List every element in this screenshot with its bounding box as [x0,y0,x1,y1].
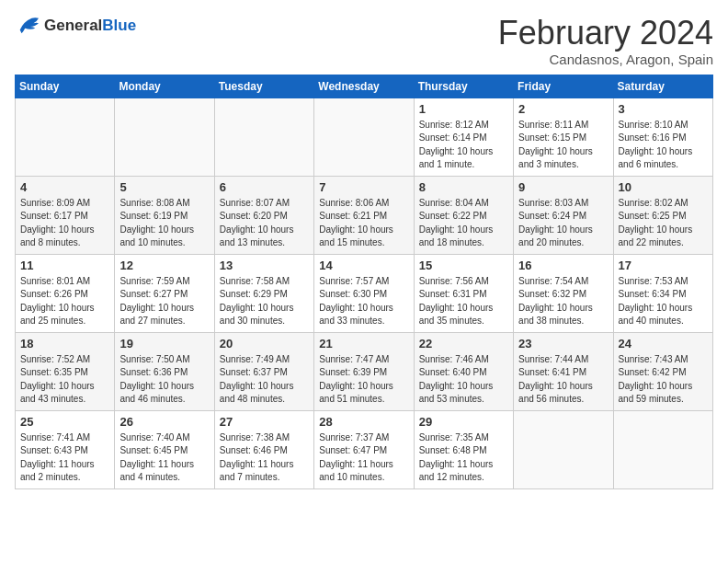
day-number: 14 [319,259,408,272]
day-cell: 28Sunrise: 7:37 AM Sunset: 6:47 PM Dayli… [314,410,414,488]
week-row-1: 1Sunrise: 8:12 AM Sunset: 6:14 PM Daylig… [16,98,713,176]
title-block: February 2024 Candasnos, Aragon, Spain [498,15,713,67]
day-cell: 3Sunrise: 8:10 AM Sunset: 6:16 PM Daylig… [613,98,712,176]
day-number: 1 [419,102,508,116]
day-info: Sunrise: 8:06 AM Sunset: 6:21 PM Dayligh… [319,197,408,250]
day-number: 10 [619,180,708,194]
day-info: Sunrise: 8:04 AM Sunset: 6:22 PM Dayligh… [419,197,508,250]
day-cell: 18Sunrise: 7:52 AM Sunset: 6:35 PM Dayli… [16,332,115,410]
day-info: Sunrise: 8:03 AM Sunset: 6:24 PM Dayligh… [518,197,608,250]
day-info: Sunrise: 7:47 AM Sunset: 6:39 PM Dayligh… [319,353,408,407]
day-info: Sunrise: 7:43 AM Sunset: 6:42 PM Dayligh… [619,353,708,407]
week-row-3: 11Sunrise: 8:01 AM Sunset: 6:26 PM Dayli… [16,254,713,332]
day-info: Sunrise: 7:54 AM Sunset: 6:32 PM Dayligh… [518,275,608,328]
day-info: Sunrise: 7:59 AM Sunset: 6:27 PM Dayligh… [119,275,209,328]
day-cell [613,410,712,488]
header-friday: Friday [514,75,613,98]
day-cell: 23Sunrise: 7:44 AM Sunset: 6:41 PM Dayli… [514,332,613,410]
day-cell: 26Sunrise: 7:40 AM Sunset: 6:45 PM Dayli… [115,410,214,488]
day-number: 5 [119,180,209,194]
day-cell: 20Sunrise: 7:49 AM Sunset: 6:37 PM Dayli… [214,332,313,410]
day-info: Sunrise: 7:41 AM Sunset: 6:43 PM Dayligh… [20,431,109,485]
day-number: 16 [518,259,608,272]
day-cell: 15Sunrise: 7:56 AM Sunset: 6:31 PM Dayli… [414,254,513,332]
logo-icon [15,15,40,37]
day-cell: 14Sunrise: 7:57 AM Sunset: 6:30 PM Dayli… [314,254,414,332]
day-info: Sunrise: 7:58 AM Sunset: 6:29 PM Dayligh… [220,275,309,328]
day-number: 7 [319,180,408,194]
day-number: 4 [20,180,109,194]
day-number: 24 [619,337,708,350]
day-number: 21 [319,337,408,350]
day-number: 26 [119,415,209,429]
page-header: GeneralBlue February 2024 Candasnos, Ara… [15,15,713,67]
week-row-4: 18Sunrise: 7:52 AM Sunset: 6:35 PM Dayli… [16,332,713,410]
logo-text: GeneralBlue [44,17,136,35]
day-cell: 21Sunrise: 7:47 AM Sunset: 6:39 PM Dayli… [314,332,414,410]
day-cell [16,98,115,176]
day-number: 3 [619,102,708,116]
day-info: Sunrise: 7:38 AM Sunset: 6:46 PM Dayligh… [220,431,309,485]
header-monday: Monday [115,75,214,98]
day-info: Sunrise: 7:46 AM Sunset: 6:40 PM Dayligh… [419,353,508,407]
day-info: Sunrise: 7:50 AM Sunset: 6:36 PM Dayligh… [119,353,209,407]
day-cell: 1Sunrise: 8:12 AM Sunset: 6:14 PM Daylig… [414,98,513,176]
day-info: Sunrise: 8:01 AM Sunset: 6:26 PM Dayligh… [20,275,109,328]
day-info: Sunrise: 7:37 AM Sunset: 6:47 PM Dayligh… [319,431,408,485]
day-info: Sunrise: 7:57 AM Sunset: 6:30 PM Dayligh… [319,275,408,328]
day-info: Sunrise: 8:07 AM Sunset: 6:20 PM Dayligh… [220,197,309,250]
day-info: Sunrise: 7:44 AM Sunset: 6:41 PM Dayligh… [518,353,608,407]
day-info: Sunrise: 8:08 AM Sunset: 6:19 PM Dayligh… [119,197,209,250]
day-number: 18 [20,337,109,350]
day-cell: 9Sunrise: 8:03 AM Sunset: 6:24 PM Daylig… [514,176,613,254]
day-cell: 24Sunrise: 7:43 AM Sunset: 6:42 PM Dayli… [613,332,712,410]
day-info: Sunrise: 8:12 AM Sunset: 6:14 PM Dayligh… [419,119,508,172]
calendar-subtitle: Candasnos, Aragon, Spain [498,52,713,67]
week-row-5: 25Sunrise: 7:41 AM Sunset: 6:43 PM Dayli… [16,410,713,488]
header-tuesday: Tuesday [214,75,313,98]
day-number: 29 [419,415,508,429]
day-info: Sunrise: 7:52 AM Sunset: 6:35 PM Dayligh… [20,353,109,407]
day-cell: 19Sunrise: 7:50 AM Sunset: 6:36 PM Dayli… [115,332,214,410]
day-cell: 17Sunrise: 7:53 AM Sunset: 6:34 PM Dayli… [613,254,712,332]
calendar-header-row: SundayMondayTuesdayWednesdayThursdayFrid… [16,75,713,98]
day-cell: 13Sunrise: 7:58 AM Sunset: 6:29 PM Dayli… [214,254,313,332]
day-number: 9 [518,180,608,194]
logo: GeneralBlue [15,15,136,37]
day-cell: 16Sunrise: 7:54 AM Sunset: 6:32 PM Dayli… [514,254,613,332]
day-cell: 29Sunrise: 7:35 AM Sunset: 6:48 PM Dayli… [414,410,513,488]
day-number: 15 [419,259,508,272]
day-cell [115,98,214,176]
header-sunday: Sunday [16,75,115,98]
day-cell: 10Sunrise: 8:02 AM Sunset: 6:25 PM Dayli… [613,176,712,254]
day-number: 19 [119,337,209,350]
day-info: Sunrise: 7:35 AM Sunset: 6:48 PM Dayligh… [419,431,508,485]
day-number: 22 [419,337,508,350]
day-cell: 27Sunrise: 7:38 AM Sunset: 6:46 PM Dayli… [214,410,313,488]
day-cell [514,410,613,488]
day-number: 20 [220,337,309,350]
day-cell: 25Sunrise: 7:41 AM Sunset: 6:43 PM Dayli… [16,410,115,488]
day-number: 6 [220,180,309,194]
day-cell: 5Sunrise: 8:08 AM Sunset: 6:19 PM Daylig… [115,176,214,254]
day-number: 11 [20,259,109,272]
week-row-2: 4Sunrise: 8:09 AM Sunset: 6:17 PM Daylig… [16,176,713,254]
calendar-title: February 2024 [498,15,713,52]
day-number: 12 [119,259,209,272]
day-number: 17 [619,259,708,272]
day-number: 8 [419,180,508,194]
day-number: 28 [319,415,408,429]
day-cell [314,98,414,176]
day-cell: 7Sunrise: 8:06 AM Sunset: 6:21 PM Daylig… [314,176,414,254]
day-cell: 8Sunrise: 8:04 AM Sunset: 6:22 PM Daylig… [414,176,513,254]
day-info: Sunrise: 7:49 AM Sunset: 6:37 PM Dayligh… [220,353,309,407]
header-thursday: Thursday [414,75,513,98]
day-info: Sunrise: 7:53 AM Sunset: 6:34 PM Dayligh… [619,275,708,328]
day-info: Sunrise: 8:02 AM Sunset: 6:25 PM Dayligh… [619,197,708,250]
day-info: Sunrise: 8:09 AM Sunset: 6:17 PM Dayligh… [20,197,109,250]
day-cell: 2Sunrise: 8:11 AM Sunset: 6:15 PM Daylig… [514,98,613,176]
day-number: 2 [518,102,608,116]
day-info: Sunrise: 7:40 AM Sunset: 6:45 PM Dayligh… [119,431,209,485]
day-number: 13 [220,259,309,272]
header-wednesday: Wednesday [314,75,414,98]
